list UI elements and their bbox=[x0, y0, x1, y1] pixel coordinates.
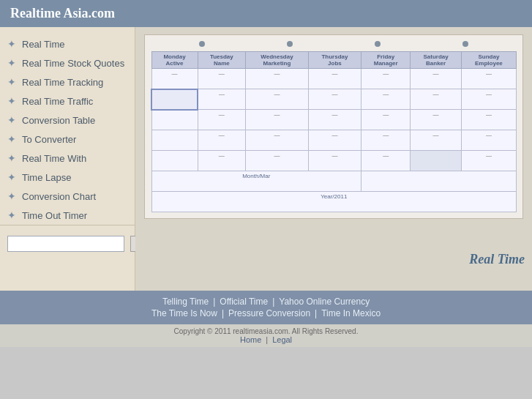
separator: | bbox=[213, 297, 215, 307]
calendar-table: MondayActive TuesdayName WednesdayMarket… bbox=[151, 51, 517, 212]
site-title: Realtime Asia.com bbox=[10, 6, 115, 20]
footer-links: Telling Time | Official Time | Yahoo Onl… bbox=[0, 291, 532, 324]
sidebar-item-real-time-tracking[interactable]: ✦ Real Time Tracking bbox=[0, 72, 135, 92]
sidebar-item-label: Real Time Stock Quotes bbox=[22, 58, 124, 69]
month-label-cell: Month/Mar bbox=[151, 171, 361, 192]
table-row: — — — — — — bbox=[151, 89, 517, 110]
cell: — bbox=[246, 110, 309, 130]
copyright-bar: Copyright © 2011 realtimeasia.com. All R… bbox=[0, 324, 532, 347]
cell: — bbox=[308, 110, 361, 130]
cell: — bbox=[461, 130, 516, 151]
search-input[interactable] bbox=[7, 236, 124, 252]
sidebar-item-time-lapse[interactable]: ✦ Time Lapse bbox=[0, 168, 135, 187]
cell: — bbox=[198, 69, 246, 89]
sidebar: ✦ Real Time ✦ Real Time Stock Quotes ✦ R… bbox=[0, 27, 135, 291]
footer-link-official-time[interactable]: Official Time bbox=[220, 297, 268, 307]
footer-link-pressure-conversion[interactable]: Pressure Conversion bbox=[228, 308, 310, 318]
cell: — bbox=[246, 69, 309, 89]
pin-2 bbox=[287, 41, 293, 47]
cell: — bbox=[308, 69, 361, 89]
sidebar-item-time-out-timer[interactable]: ✦ Time Out Timer bbox=[0, 206, 135, 225]
sidebar-item-real-time[interactable]: ✦ Real Time bbox=[0, 34, 135, 53]
cell: — bbox=[361, 151, 411, 171]
col-tuesday: TuesdayName bbox=[198, 52, 246, 69]
bullet-icon: ✦ bbox=[7, 114, 16, 126]
cell: — bbox=[361, 69, 411, 89]
cell: — bbox=[151, 69, 198, 89]
bullet-icon: ✦ bbox=[7, 171, 16, 183]
bullet-icon: ✦ bbox=[7, 38, 16, 50]
footer-row-2: The Time Is Now | Pressure Conversion | … bbox=[7, 308, 525, 318]
table-row: — — — — — bbox=[151, 151, 517, 171]
sidebar-item-real-time-stock-quotes[interactable]: ✦ Real Time Stock Quotes bbox=[0, 53, 135, 72]
table-row: — — — — — — bbox=[151, 130, 517, 151]
col-saturday: SaturdayBanker bbox=[411, 52, 461, 69]
cell: — bbox=[246, 151, 309, 171]
sidebar-item-label: Conversion Table bbox=[22, 115, 95, 126]
footer-link-telling-time[interactable]: Telling Time bbox=[162, 297, 209, 307]
cell bbox=[151, 151, 198, 171]
cell: — bbox=[461, 89, 516, 110]
cell: — bbox=[308, 89, 361, 110]
link-separator: | bbox=[266, 335, 268, 344]
col-wednesday: WednesdayMarketing bbox=[246, 52, 309, 69]
cell: — bbox=[361, 130, 411, 151]
cell: — bbox=[461, 69, 516, 89]
table-row: Month/Mar bbox=[151, 171, 517, 192]
cell: — bbox=[461, 110, 516, 130]
cell: — bbox=[198, 151, 246, 171]
footer-row-1: Telling Time | Official Time | Yahoo Onl… bbox=[7, 297, 525, 307]
home-link[interactable]: Home bbox=[240, 335, 261, 344]
cell: — bbox=[308, 130, 361, 151]
bullet-icon: ✦ bbox=[7, 190, 16, 202]
pin-4 bbox=[462, 41, 468, 47]
sidebar-item-label: Real Time Tracking bbox=[22, 77, 103, 88]
col-friday: FridayManager bbox=[361, 52, 411, 69]
sidebar-item-label: Time Out Timer bbox=[22, 210, 87, 221]
col-thursday: ThursdayJobs bbox=[308, 52, 361, 69]
sidebar-item-conversion-chart[interactable]: ✦ Conversion Chart bbox=[0, 187, 135, 206]
cell: — bbox=[246, 89, 309, 110]
bullet-icon: ✦ bbox=[7, 209, 16, 221]
legal-link[interactable]: Legal bbox=[272, 335, 292, 344]
bullet-icon: ✦ bbox=[7, 133, 16, 145]
sidebar-item-real-time-with[interactable]: ✦ Real Time With bbox=[0, 149, 135, 168]
cell: — bbox=[198, 89, 246, 110]
sidebar-item-conversion-table[interactable]: ✦ Conversion Table bbox=[0, 111, 135, 130]
cell bbox=[151, 89, 198, 110]
copyright-text: Copyright © 2011 realtimeasia.com. All R… bbox=[3, 327, 529, 335]
site-header: Realtime Asia.com bbox=[0, 0, 532, 27]
empty-cell bbox=[361, 171, 517, 192]
cell bbox=[411, 151, 461, 171]
cell: — bbox=[198, 110, 246, 130]
footer-link-time-in-mexico[interactable]: Time In Mexico bbox=[321, 308, 381, 318]
sidebar-item-label: Time Lapse bbox=[22, 172, 71, 183]
bullet-icon: ✦ bbox=[7, 76, 16, 88]
pin-row bbox=[151, 41, 517, 47]
footer-link-yahoo-currency[interactable]: Yahoo Online Currency bbox=[279, 297, 370, 307]
cell: — bbox=[361, 89, 411, 110]
separator: | bbox=[222, 308, 224, 318]
sidebar-item-real-time-traffic[interactable]: ✦ Real Time Traffic bbox=[0, 92, 135, 111]
sidebar-item-label: Real Time bbox=[22, 39, 65, 50]
pin-1 bbox=[199, 41, 205, 47]
footer-link-time-is-now[interactable]: The Time Is Now bbox=[151, 308, 217, 318]
sidebar-item-to-converter[interactable]: ✦ To Converter bbox=[0, 130, 135, 149]
cell bbox=[151, 130, 198, 151]
sidebar-item-label: To Converter bbox=[22, 134, 76, 145]
col-sunday: SundayEmployee bbox=[461, 52, 516, 69]
content-area: MondayActive TuesdayName WednesdayMarket… bbox=[135, 27, 532, 291]
table-row: — — — — — — — bbox=[151, 69, 517, 89]
sidebar-item-label: Real Time With bbox=[22, 153, 86, 164]
bullet-icon: ✦ bbox=[7, 57, 16, 69]
col-monday: MondayActive bbox=[151, 52, 198, 69]
cell: — bbox=[308, 151, 361, 171]
copyright-links: Home | Legal bbox=[3, 335, 529, 344]
bullet-icon: ✦ bbox=[7, 152, 16, 164]
pin-3 bbox=[375, 41, 381, 47]
calendar-area: MondayActive TuesdayName WednesdayMarket… bbox=[144, 34, 523, 219]
cell: — bbox=[246, 130, 309, 151]
main-layout: ✦ Real Time ✦ Real Time Stock Quotes ✦ R… bbox=[0, 27, 532, 291]
sidebar-item-label: Conversion Chart bbox=[22, 191, 96, 202]
table-row: — — — — — — bbox=[151, 110, 517, 130]
